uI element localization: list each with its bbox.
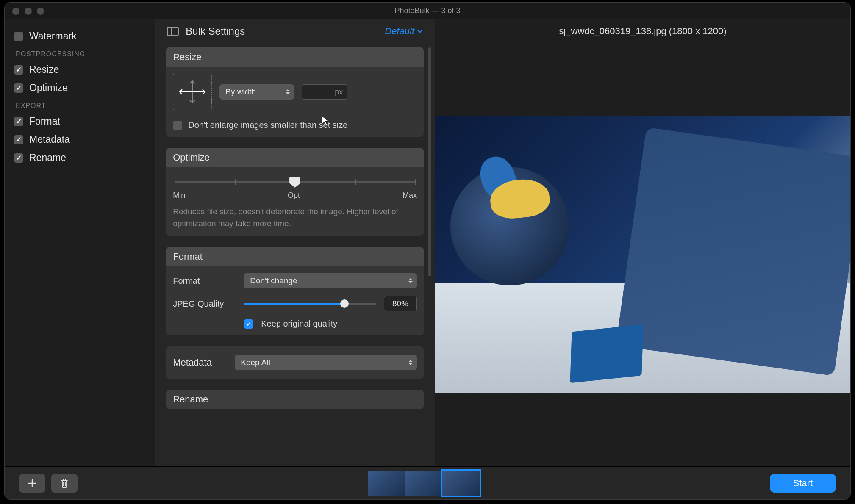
updown-caret-icon: [286, 89, 290, 94]
resize-mode-select[interactable]: By width: [219, 84, 294, 100]
slider-thumb[interactable]: [340, 299, 349, 308]
sidebar-item-label: Metadata: [29, 134, 70, 145]
zoom-icon[interactable]: [37, 8, 44, 15]
optimize-slider[interactable]: [175, 181, 415, 183]
sidebar-item-watermark[interactable]: Watermark: [5, 27, 155, 45]
chevron-down-icon: [417, 29, 423, 33]
metadata-select[interactable]: Keep All: [235, 355, 417, 370]
slider-max-label: Max: [403, 191, 417, 200]
rename-card: Rename: [166, 390, 424, 409]
checkbox-icon[interactable]: [14, 135, 23, 144]
checkbox-icon[interactable]: [14, 117, 23, 126]
card-header-format: Format: [166, 247, 424, 266]
sidebar-item-rename[interactable]: Rename: [5, 149, 155, 167]
keep-original-label: Keep original quality: [261, 319, 337, 329]
sidebar-item-label: Format: [29, 116, 60, 127]
slider-opt-label: Opt: [288, 191, 300, 200]
checkbox-icon[interactable]: [14, 153, 23, 163]
start-button-label: Start: [793, 478, 813, 489]
no-enlarge-checkbox[interactable]: [173, 121, 182, 130]
footer: Start: [5, 466, 850, 499]
traffic-lights: [12, 8, 44, 15]
preview-panel: sj_wwdc_060319_138.jpg (1800 x 1200): [435, 19, 850, 466]
no-enlarge-label: Don't enlarge images smaller than set si…: [188, 120, 347, 130]
keep-original-checkbox[interactable]: [244, 319, 253, 329]
resize-card: Resize: [166, 47, 424, 137]
sidebar-item-format[interactable]: Format: [5, 112, 155, 130]
app-window: PhotoBulk — 3 of 3 Watermark POSTPROCESS…: [4, 2, 851, 500]
window-title: PhotoBulk — 3 of 3: [394, 6, 460, 15]
sidebar-toggle-icon[interactable]: [167, 27, 179, 36]
preset-selector[interactable]: Default: [385, 26, 423, 37]
checkbox-icon[interactable]: [14, 83, 23, 93]
sidebar: Watermark POSTPROCESSING Resize Optimize…: [5, 19, 155, 466]
sidebar-item-optimize[interactable]: Optimize: [5, 79, 155, 97]
app-body: Watermark POSTPROCESSING Resize Optimize…: [5, 19, 850, 466]
select-value: Don't change: [250, 276, 297, 285]
jpeg-quality-label: JPEG Quality: [173, 299, 236, 309]
settings-title: Bulk Settings: [186, 25, 245, 37]
sidebar-item-label: Rename: [29, 152, 66, 163]
thumbnail-3[interactable]: [442, 471, 480, 496]
plus-icon: [28, 479, 37, 488]
optimize-description: Reduces file size, doesn't deteriorate t…: [173, 206, 417, 229]
resize-width-input[interactable]: px: [302, 84, 347, 100]
card-header-resize: Resize: [166, 47, 424, 67]
metadata-card: Metadata Keep All: [166, 346, 424, 379]
close-icon[interactable]: [12, 8, 19, 15]
select-value: Keep All: [241, 358, 270, 367]
slider-labels: Min Opt Max: [173, 191, 417, 200]
checkbox-icon[interactable]: [14, 65, 23, 75]
resize-width-icon: [173, 74, 212, 110]
delete-button[interactable]: [51, 474, 78, 493]
preview-image-container: [435, 43, 850, 466]
sidebar-item-label: Watermark: [29, 30, 77, 42]
settings-header: Bulk Settings Default: [155, 19, 435, 43]
titlebar: PhotoBulk — 3 of 3: [5, 3, 850, 19]
start-button[interactable]: Start: [770, 474, 836, 493]
minimize-icon[interactable]: [25, 8, 32, 15]
sidebar-heading-postprocessing: POSTPROCESSING: [5, 45, 155, 61]
settings-panel: Bulk Settings Default Resize: [155, 19, 435, 466]
card-header-optimize: Optimize: [166, 148, 424, 167]
slider-min-label: Min: [173, 191, 185, 200]
trash-icon: [60, 478, 69, 488]
preview-image: [435, 116, 850, 393]
sidebar-item-label: Resize: [29, 64, 59, 75]
input-placeholder: px: [335, 88, 343, 97]
format-card: Format Format Don't change JPEG Quality: [166, 247, 424, 335]
select-value: By width: [225, 87, 256, 97]
sidebar-item-label: Optimize: [29, 82, 68, 94]
scrollbar[interactable]: [428, 47, 431, 276]
thumbnail-1[interactable]: [368, 471, 405, 496]
updown-caret-icon: [408, 360, 413, 365]
optimize-card: Optimize Min Opt M: [166, 148, 424, 236]
add-button[interactable]: [19, 474, 45, 493]
settings-scroll[interactable]: Resize: [155, 43, 435, 466]
checkbox-icon[interactable]: [14, 32, 23, 41]
updown-caret-icon: [408, 278, 413, 283]
sidebar-heading-export: EXPORT: [5, 97, 155, 112]
card-header-metadata: Metadata: [173, 357, 224, 368]
preset-label: Default: [385, 26, 414, 37]
thumbnail-2[interactable]: [405, 471, 442, 496]
format-label: Format: [173, 276, 236, 286]
card-header-rename: Rename: [166, 390, 424, 409]
format-select[interactable]: Don't change: [244, 273, 417, 288]
slider-thumb[interactable]: [289, 177, 300, 188]
preview-filename: sj_wwdc_060319_138.jpg (1800 x 1200): [435, 19, 850, 43]
jpeg-quality-value[interactable]: 80%: [384, 296, 417, 311]
sidebar-item-metadata[interactable]: Metadata: [5, 130, 155, 149]
thumbnail-strip: [83, 471, 764, 496]
sidebar-item-resize[interactable]: Resize: [5, 61, 155, 79]
jpeg-quality-slider[interactable]: [244, 303, 376, 305]
